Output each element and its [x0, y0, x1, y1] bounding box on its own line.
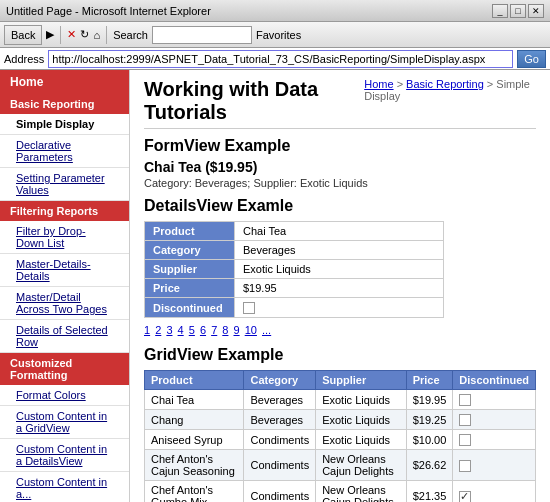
formview-category-supplier: Category: Beverages; Supplier: Exotic Li… — [144, 177, 536, 189]
breadcrumb-home[interactable]: Home — [364, 78, 393, 90]
toolbar-separator — [60, 26, 61, 44]
gridview-row: Chef Anton's Gumbo MixCondimentsNew Orle… — [145, 481, 536, 502]
gridview-cell: Aniseed Syrup — [145, 430, 244, 450]
maximize-button[interactable]: □ — [510, 4, 526, 18]
title-bar-buttons: _ □ ✕ — [492, 4, 544, 18]
details-header-price: Price — [145, 279, 235, 298]
sidebar-item-selected-row[interactable]: Details of Selected Row — [0, 320, 129, 353]
page-link-10[interactable]: 10 — [245, 324, 257, 336]
table-row: Discontinued — [145, 298, 444, 318]
close-button[interactable]: ✕ — [528, 4, 544, 18]
breadcrumb-section[interactable]: Basic Reporting — [406, 78, 484, 90]
formview-title: FormView Example — [144, 137, 536, 155]
gridview-col-product: Product — [145, 371, 244, 390]
breadcrumb: Home > Basic Reporting > Simple Display — [364, 78, 536, 102]
gridview-col-price: Price — [406, 371, 453, 390]
page-link-6[interactable]: 6 — [200, 324, 206, 336]
address-bar: Address Go — [0, 48, 550, 70]
title-bar-text: Untitled Page - Microsoft Internet Explo… — [6, 5, 211, 17]
gridview-cell: Beverages — [244, 410, 316, 430]
sidebar-section-basic-reporting[interactable]: Basic Reporting — [0, 94, 129, 114]
page-content: Home Basic Reporting Simple Display Decl… — [0, 70, 550, 502]
gridview-cell: Chef Anton's Gumbo Mix — [145, 481, 244, 502]
gridview-col-supplier: Supplier — [316, 371, 407, 390]
address-label: Address — [4, 53, 44, 65]
details-header-category: Category — [145, 241, 235, 260]
gridview-cell: $19.95 — [406, 390, 453, 410]
sidebar-item-filter-dropdown[interactable]: Filter by Drop-Down List — [0, 221, 129, 254]
sidebar-home-item[interactable]: Home — [0, 70, 129, 94]
breadcrumb-sep1: > — [397, 78, 406, 90]
title-bar: Untitled Page - Microsoft Internet Explo… — [0, 0, 550, 22]
details-value-category: Beverages — [235, 241, 444, 260]
page-link-2[interactable]: 2 — [155, 324, 161, 336]
page-header: Working with Data Tutorials Home > Basic… — [144, 78, 536, 129]
page-link-1[interactable]: 1 — [144, 324, 150, 336]
pagination: 1 2 3 4 5 6 7 8 9 10 ... — [144, 324, 536, 336]
table-row: Category Beverages — [145, 241, 444, 260]
details-header-product: Product — [145, 222, 235, 241]
sidebar-section-customized-formatting[interactable]: Customized Formatting — [0, 353, 129, 385]
sidebar: Home Basic Reporting Simple Display Decl… — [0, 70, 130, 502]
main-content: Working with Data Tutorials Home > Basic… — [130, 70, 550, 502]
formview-product: Chai Tea ($19.95) — [144, 159, 536, 175]
sidebar-item-setting-params[interactable]: Setting Parameter Values — [0, 168, 129, 201]
gridview-row: Chai TeaBeveragesExotic Liquids$19.95 — [145, 390, 536, 410]
minimize-button[interactable]: _ — [492, 4, 508, 18]
home-icon: ⌂ — [93, 29, 100, 41]
gridview-cell: Chai Tea — [145, 390, 244, 410]
gridview-row: Chef Anton's Cajun SeasoningCondimentsNe… — [145, 450, 536, 481]
page-link-7[interactable]: 7 — [211, 324, 217, 336]
gridview-cell-discontinued — [453, 390, 536, 410]
address-input[interactable] — [48, 50, 513, 68]
gridview-col-category: Category — [244, 371, 316, 390]
gridview-title: GridView Example — [144, 346, 536, 364]
sidebar-item-custom-content-gridview[interactable]: Custom Content in a GridView — [0, 406, 129, 439]
gridview-cell: New Orleans Cajun Delights — [316, 481, 407, 502]
page-link-more[interactable]: ... — [262, 324, 271, 336]
sidebar-item-custom-content-detailsview[interactable]: Custom Content in a DetailsView — [0, 439, 129, 472]
browser-toolbar: Back ▶ ✕ ↻ ⌂ Search Favorites — [0, 22, 550, 48]
discontinued-checkbox — [459, 460, 471, 472]
page-title: Working with Data Tutorials — [144, 78, 364, 124]
search-input[interactable] — [152, 26, 252, 44]
table-row: Supplier Exotic Liquids — [145, 260, 444, 279]
discontinued-checkbox — [459, 434, 471, 446]
gridview-cell-discontinued — [453, 481, 536, 502]
breadcrumb-sep2: > — [487, 78, 496, 90]
gridview-cell: Condiments — [244, 481, 316, 502]
gridview-row: Aniseed SyrupCondimentsExotic Liquids$10… — [145, 430, 536, 450]
page-link-3[interactable]: 3 — [166, 324, 172, 336]
page-link-8[interactable]: 8 — [222, 324, 228, 336]
detailsview-title: DetailsView Examle — [144, 197, 536, 215]
table-row: Price $19.95 — [145, 279, 444, 298]
search-label: Search — [113, 29, 148, 41]
sidebar-section-filtering-reports[interactable]: Filtering Reports — [0, 201, 129, 221]
refresh-icon: ↻ — [80, 28, 89, 41]
sidebar-item-custom-content-other[interactable]: Custom Content in a... — [0, 472, 129, 502]
gridview-cell: Chang — [145, 410, 244, 430]
sidebar-item-simple-display[interactable]: Simple Display — [0, 114, 129, 135]
toolbar-separator2 — [106, 26, 107, 44]
page-link-9[interactable]: 9 — [234, 324, 240, 336]
gridview-col-discontinued: Discontinued — [453, 371, 536, 390]
gridview-cell: $10.00 — [406, 430, 453, 450]
gridview-cell: Chef Anton's Cajun Seasoning — [145, 450, 244, 481]
sidebar-item-format-colors[interactable]: Format Colors — [0, 385, 129, 406]
details-header-discontinued: Discontinued — [145, 298, 235, 318]
back-button[interactable]: Back — [4, 25, 42, 45]
gridview-cell-discontinued — [453, 410, 536, 430]
discontinued-checkbox — [243, 302, 255, 314]
gridview-row: ChangBeveragesExotic Liquids$19.25 — [145, 410, 536, 430]
go-button[interactable]: Go — [517, 50, 546, 68]
sidebar-item-master-detail-two-pages[interactable]: Master/Detail Across Two Pages — [0, 287, 129, 320]
sidebar-item-declarative-params[interactable]: Declarative Parameters — [0, 135, 129, 168]
gridview-table: Product Category Supplier Price Disconti… — [144, 370, 536, 502]
gridview-header-row: Product Category Supplier Price Disconti… — [145, 371, 536, 390]
gridview-cell: $19.25 — [406, 410, 453, 430]
details-header-supplier: Supplier — [145, 260, 235, 279]
sidebar-item-master-details[interactable]: Master-Details-Details — [0, 254, 129, 287]
page-link-4[interactable]: 4 — [178, 324, 184, 336]
page-link-5[interactable]: 5 — [189, 324, 195, 336]
gridview-cell: Exotic Liquids — [316, 430, 407, 450]
